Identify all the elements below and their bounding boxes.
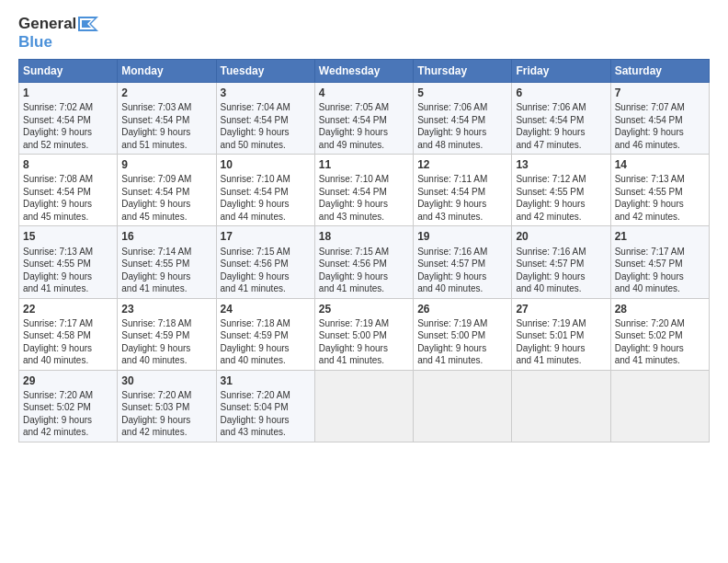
day-info: Daylight: 9 hours	[615, 198, 705, 211]
day-info: Sunrise: 7:10 AM	[319, 173, 409, 186]
day-info: and 45 minutes.	[23, 211, 113, 224]
calendar-cell: 10Sunrise: 7:10 AMSunset: 4:54 PMDayligh…	[216, 155, 314, 226]
calendar-week-row: 15Sunrise: 7:13 AMSunset: 4:55 PMDayligh…	[19, 226, 710, 298]
calendar-week-row: 22Sunrise: 7:17 AMSunset: 4:58 PMDayligh…	[19, 298, 710, 370]
day-info: Sunrise: 7:08 AM	[23, 173, 113, 186]
day-info: Sunrise: 7:20 AM	[615, 317, 705, 330]
day-info: and 40 minutes.	[417, 282, 507, 295]
day-info: Daylight: 9 hours	[23, 342, 113, 355]
day-info: and 40 minutes.	[615, 282, 705, 295]
day-number: 12	[417, 157, 507, 172]
day-info: Sunrise: 7:17 AM	[615, 246, 705, 259]
day-info: Daylight: 9 hours	[121, 270, 211, 283]
day-info: Sunset: 5:00 PM	[319, 329, 409, 342]
day-number: 29	[23, 373, 113, 388]
day-info: Daylight: 9 hours	[615, 342, 705, 355]
logo-general-text: General	[18, 15, 76, 33]
col-header-saturday: Saturday	[610, 60, 709, 83]
day-number: 2	[121, 86, 211, 100]
day-info: Sunset: 4:57 PM	[516, 258, 606, 270]
day-number: 24	[221, 302, 311, 316]
day-info: and 44 minutes.	[221, 211, 311, 224]
calendar-cell: 8Sunrise: 7:08 AMSunset: 4:54 PMDaylight…	[19, 155, 118, 226]
logo-blue-text: Blue	[18, 33, 52, 52]
day-info: and 41 minutes.	[221, 282, 311, 295]
day-info: and 49 minutes.	[319, 139, 409, 152]
day-number: 11	[319, 157, 409, 172]
header: General Blue	[18, 15, 710, 52]
day-info: and 48 minutes.	[417, 139, 507, 152]
day-info: Sunset: 4:54 PM	[319, 114, 409, 127]
day-info: and 40 minutes.	[221, 354, 311, 367]
day-info: Sunset: 5:03 PM	[121, 401, 211, 414]
day-info: Sunrise: 7:19 AM	[516, 317, 606, 330]
day-info: Sunset: 4:56 PM	[319, 258, 409, 270]
day-number: 7	[615, 86, 705, 100]
day-number: 19	[417, 229, 507, 244]
day-number: 14	[615, 157, 705, 172]
col-header-wednesday: Wednesday	[314, 60, 413, 83]
day-number: 28	[615, 302, 705, 316]
logo: General Blue	[18, 15, 98, 52]
calendar-cell: 11Sunrise: 7:10 AMSunset: 4:54 PMDayligh…	[314, 155, 413, 226]
day-info: and 47 minutes.	[516, 139, 606, 152]
day-info: Sunset: 4:54 PM	[121, 114, 211, 127]
day-info: and 52 minutes.	[23, 139, 113, 152]
day-info: Sunrise: 7:16 AM	[516, 246, 606, 259]
day-number: 15	[23, 229, 113, 244]
day-info: Daylight: 9 hours	[221, 198, 311, 211]
calendar-cell: 4Sunrise: 7:05 AMSunset: 4:54 PMDaylight…	[314, 83, 413, 155]
day-info: Sunrise: 7:05 AM	[319, 101, 409, 114]
calendar-cell: 3Sunrise: 7:04 AMSunset: 4:54 PMDaylight…	[216, 83, 314, 155]
day-number: 9	[121, 157, 211, 172]
calendar-cell: 18Sunrise: 7:15 AMSunset: 4:56 PMDayligh…	[314, 226, 413, 298]
day-info: and 42 minutes.	[516, 211, 606, 224]
calendar-cell	[314, 370, 413, 442]
day-info: Daylight: 9 hours	[615, 126, 705, 139]
day-info: Sunrise: 7:04 AM	[221, 101, 311, 114]
calendar-week-row: 8Sunrise: 7:08 AMSunset: 4:54 PMDaylight…	[19, 155, 710, 226]
day-info: Sunrise: 7:20 AM	[121, 389, 211, 402]
day-number: 21	[615, 229, 705, 244]
calendar-cell: 26Sunrise: 7:19 AMSunset: 5:00 PMDayligh…	[414, 298, 512, 370]
day-info: Daylight: 9 hours	[319, 126, 409, 139]
calendar-week-row: 1Sunrise: 7:02 AMSunset: 4:54 PMDaylight…	[19, 83, 710, 155]
day-number: 25	[319, 302, 409, 316]
day-info: Sunset: 4:55 PM	[23, 258, 113, 270]
day-number: 26	[417, 302, 507, 316]
day-info: and 50 minutes.	[221, 139, 311, 152]
day-info: Daylight: 9 hours	[319, 270, 409, 283]
day-number: 10	[221, 157, 311, 172]
calendar-cell: 7Sunrise: 7:07 AMSunset: 4:54 PMDaylight…	[610, 83, 709, 155]
day-info: Sunset: 4:57 PM	[615, 258, 705, 270]
day-info: Sunset: 5:01 PM	[516, 329, 606, 342]
day-info: Sunset: 4:55 PM	[516, 186, 606, 199]
day-info: Sunrise: 7:19 AM	[319, 317, 409, 330]
day-info: and 41 minutes.	[417, 354, 507, 367]
day-info: and 45 minutes.	[121, 211, 211, 224]
day-info: Sunset: 5:02 PM	[23, 401, 113, 414]
calendar-table: SundayMondayTuesdayWednesdayThursdayFrid…	[18, 59, 710, 442]
day-info: Daylight: 9 hours	[516, 198, 606, 211]
day-info: and 40 minutes.	[121, 354, 211, 367]
calendar-cell: 20Sunrise: 7:16 AMSunset: 4:57 PMDayligh…	[512, 226, 610, 298]
calendar-cell: 2Sunrise: 7:03 AMSunset: 4:54 PMDaylight…	[118, 83, 216, 155]
day-info: Sunset: 4:58 PM	[23, 329, 113, 342]
day-info: and 42 minutes.	[615, 211, 705, 224]
calendar-cell: 29Sunrise: 7:20 AMSunset: 5:02 PMDayligh…	[19, 370, 118, 442]
day-info: Sunrise: 7:10 AM	[221, 173, 311, 186]
day-info: Daylight: 9 hours	[121, 198, 211, 211]
day-info: Sunrise: 7:03 AM	[121, 101, 211, 114]
day-info: Sunset: 4:54 PM	[417, 114, 507, 127]
day-number: 8	[23, 157, 113, 172]
day-info: Sunrise: 7:02 AM	[23, 101, 113, 114]
day-number: 4	[319, 86, 409, 100]
day-number: 22	[23, 302, 113, 316]
day-info: and 43 minutes.	[319, 211, 409, 224]
day-info: Sunrise: 7:07 AM	[615, 101, 705, 114]
day-info: and 51 minutes.	[121, 139, 211, 152]
day-info: Daylight: 9 hours	[417, 198, 507, 211]
day-info: and 40 minutes.	[23, 354, 113, 367]
calendar-cell: 30Sunrise: 7:20 AMSunset: 5:03 PMDayligh…	[118, 370, 216, 442]
day-info: Sunrise: 7:13 AM	[615, 173, 705, 186]
